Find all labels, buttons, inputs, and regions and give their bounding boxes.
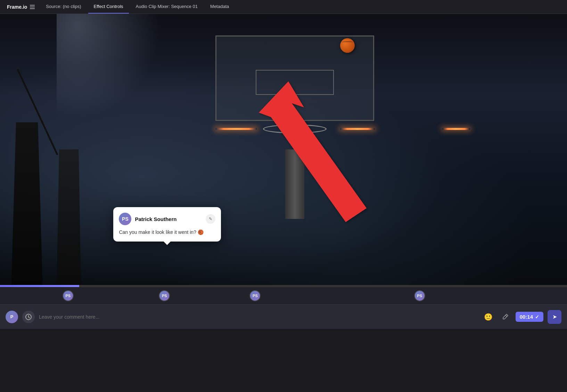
pen-tool-button[interactable] [499, 311, 511, 323]
timecode-check-icon: ✓ [535, 314, 539, 320]
comment-header: PS Patrick Southern ✎ [119, 213, 215, 225]
brand-name: Frame.io [7, 4, 27, 10]
send-icon: ➤ [552, 313, 557, 320]
timecode-button[interactable]: 00:14 ✓ [516, 312, 543, 322]
comment-input-bar: P 🙂 00:14 ✓ ➤ [0, 304, 567, 329]
backboard [215, 35, 374, 149]
rim [263, 124, 327, 133]
tab-source[interactable]: Source: (no clips) [40, 0, 87, 14]
comment-marker-4[interactable]: PS [414, 290, 425, 301]
pen-icon [502, 313, 509, 320]
menu-icon[interactable] [30, 5, 35, 9]
markers-row: PS PS PS PS [0, 287, 567, 304]
comment-marker-2[interactable]: PS [159, 290, 170, 301]
emoji-button[interactable]: 🙂 [482, 311, 495, 323]
comment-text: Can you make it look like it went in? 🏀 [119, 229, 215, 236]
tab-effect-controls[interactable]: Effect Controls [88, 0, 129, 14]
edit-comment-button[interactable]: ✎ [206, 214, 215, 224]
avatar-initials: PS [119, 213, 131, 225]
light-strip-3 [442, 128, 470, 130]
tab-bar: Frame.io Source: (no clips) Effect Contr… [0, 0, 567, 14]
comment-marker-3[interactable]: PS [249, 290, 261, 301]
brand-logo[interactable]: Frame.io [3, 4, 39, 10]
annotation-tool-button[interactable] [22, 311, 35, 323]
pole [285, 149, 304, 219]
person-silhouette-2 [57, 149, 81, 285]
video-player[interactable]: PS Patrick Southern ✎ Can you make it lo… [0, 14, 567, 285]
comment-text-input[interactable] [39, 314, 478, 320]
person-silhouette-1 [11, 122, 43, 285]
marker-avatar-2: PS [159, 290, 170, 301]
marker-avatar-1: PS [63, 290, 74, 301]
timecode-value: 00:14 [520, 314, 533, 320]
tab-audio-clip-mixer[interactable]: Audio Clip Mixer: Sequence 01 [130, 0, 204, 14]
backboard-inner [256, 70, 334, 95]
comment-marker-1[interactable]: PS [63, 290, 74, 301]
send-button[interactable]: ➤ [548, 310, 561, 324]
marker-avatar-4: PS [414, 290, 425, 301]
annotation-tool-icon [25, 313, 32, 320]
comment-popup: PS Patrick Southern ✎ Can you make it lo… [113, 207, 221, 242]
marker-avatar-3: PS [249, 290, 261, 301]
comment-author-name: Patrick Southern [135, 216, 202, 222]
user-avatar-button[interactable]: P [6, 311, 18, 323]
comment-author-avatar: PS [119, 213, 131, 225]
tab-metadata[interactable]: Metadata [205, 0, 235, 14]
